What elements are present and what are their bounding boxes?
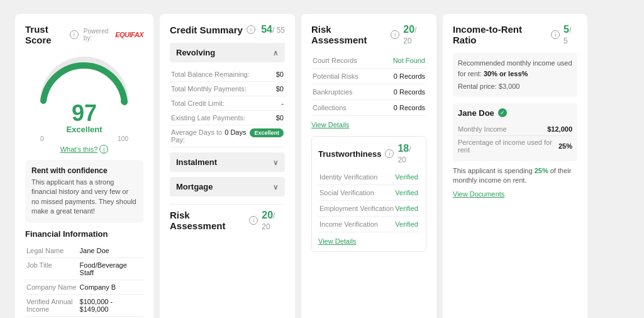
revolving-row: Total Monthly Payments:$0: [170, 82, 285, 96]
risk-row: Bankruptcies0 Records: [311, 84, 426, 100]
credit-risk-title: Risk Assessment: [170, 210, 245, 231]
gauge-range: 0 100: [40, 135, 128, 142]
revolving-row: Total Credit Limit:-: [170, 96, 285, 111]
financial-info-title: Financial Information: [25, 229, 143, 239]
gauge-container: 97 Excellent 0 100 What's this? i: [25, 50, 143, 154]
mortgage-title: Mortgage: [176, 182, 213, 191]
income-row: Monthly Income$12,000: [458, 123, 572, 136]
gauge-score: 97: [72, 102, 97, 125]
spending-note: This applicant is spending 25% of their …: [453, 166, 577, 186]
view-documents-link[interactable]: View Documents: [453, 190, 577, 198]
risk-row-value: Not Found: [393, 57, 425, 64]
rent-confidence-title: Rent with confidence: [31, 166, 137, 175]
trustworthiness-rows: Identity VerificationVerifiedSocial Veri…: [318, 169, 419, 232]
financial-info-row: Legal NameJane Doe: [25, 244, 143, 258]
trustworthiness-title: Trustworthiness: [318, 149, 381, 159]
fin-value: Food/Beverage Staff: [79, 258, 143, 280]
revolving-row: Average Days to Pay:0 DaysExcellent: [170, 125, 285, 147]
income-row-value: 25%: [558, 142, 572, 150]
revolving-row-value: 0 Days: [225, 128, 246, 136]
mortgage-chevron-down-icon: ∨: [273, 183, 279, 191]
income-to-rent-card: Income-to-Rent Ratio i 5/ 5 Recommended …: [443, 14, 587, 318]
instalment-section-header[interactable]: Instalment ∨: [170, 152, 285, 172]
tw-row-label: Social Verification: [319, 189, 374, 196]
risk-assessment-card: Risk Assessment i 20/ 20 Court RecordsNo…: [301, 14, 436, 318]
revolving-row-label: Total Credit Limit:: [171, 99, 281, 107]
risk-rows: Court RecordsNot FoundPotential Risks0 R…: [311, 53, 426, 116]
rent-confidence-box: Rent with confidence This applicant has …: [25, 160, 143, 223]
mortgage-section-header[interactable]: Mortgage ∨: [170, 177, 285, 196]
risk-row-label: Bankruptcies: [313, 88, 353, 96]
risk-assessment-header: Risk Assessment i 20/ 20: [311, 24, 426, 45]
revolving-row-value: $0: [276, 114, 284, 122]
credit-summary-info-icon[interactable]: i: [247, 25, 255, 34]
revolving-title: Revolving: [176, 48, 215, 57]
trustworthiness-info-icon[interactable]: i: [385, 149, 394, 158]
financial-info-row: Job TitleFood/Beverage Staff: [25, 258, 143, 280]
fin-value: Company B: [79, 280, 143, 294]
income-row-label: Monthly Income: [458, 125, 507, 133]
recommendation-text: Recommended monthly income used for rent…: [458, 58, 572, 79]
risk-assessment-info-icon[interactable]: i: [391, 30, 399, 39]
risk-view-details-link[interactable]: View Details: [311, 121, 426, 128]
spending-highlight: 25%: [535, 167, 548, 174]
revolving-section-header[interactable]: Revolving ∧: [170, 43, 285, 62]
revolving-rows: Total Balance Remaining:$0Total Monthly …: [170, 67, 285, 147]
tw-row-value: Verified: [395, 205, 418, 212]
revolving-row: Existing Late Payments:$0: [170, 111, 285, 125]
gauge-label: Excellent: [66, 125, 102, 134]
credit-summary-header: Credit Summary i 54/ 55: [170, 24, 285, 35]
income-row: Percentage of income used for rent25%: [458, 136, 572, 156]
fin-label: Job Title: [25, 258, 79, 280]
trust-score-info-icon[interactable]: i: [70, 30, 79, 39]
income-to-rent-score: 5/ 5: [564, 24, 577, 45]
tw-row: Employment VerificationVerified: [318, 201, 419, 217]
trust-header: Trust Score i Powered by: EQUIFAX: [25, 24, 143, 45]
risk-row-label: Collections: [313, 104, 347, 111]
trustworthiness-header: Trustworthiness i 18/ 20: [318, 143, 419, 164]
excellent-badge: Excellent: [250, 128, 284, 137]
fin-label: Company Name: [25, 280, 79, 294]
trustworthiness-section: Trustworthiness i 18/ 20 Identity Verifi…: [311, 136, 426, 252]
tw-row-label: Identity Verification: [319, 173, 377, 181]
whats-this-link[interactable]: What's this? i: [60, 145, 109, 154]
tw-row-value: Verified: [395, 173, 418, 181]
credit-risk-info-icon[interactable]: i: [249, 216, 258, 225]
tw-row-value: Verified: [395, 220, 418, 228]
risk-assessment-score: 20/ 20: [403, 24, 426, 45]
person-header: Jane Doe ✓: [458, 108, 572, 118]
financial-info-row: Company NameCompany B: [25, 280, 143, 294]
rental-price-text: Rental price: $3,000: [458, 81, 572, 92]
credit-summary-title: Credit Summary: [170, 25, 243, 35]
financial-info-row: Verified Annual Income$100,000 - $149,00…: [25, 294, 143, 316]
risk-assessment-title: Risk Assessment: [311, 24, 387, 45]
revolving-row-label: Average Days to Pay:: [171, 128, 225, 144]
risk-row-label: Court Records: [313, 57, 357, 64]
equifax-logo: EQUIFAX: [115, 31, 143, 38]
fin-label: Legal Name: [25, 244, 79, 258]
svg-point-0: [121, 98, 127, 105]
fin-value: Jane Doe: [79, 244, 143, 258]
tw-row-value: Verified: [395, 189, 418, 196]
person-verified-badge: ✓: [498, 108, 507, 117]
income-row-label: Percentage of income used for rent: [458, 139, 558, 154]
fin-value: $100,000 - $149,000: [79, 294, 143, 316]
tw-row: Identity VerificationVerified: [318, 169, 419, 185]
instalment-title: Instalment: [176, 157, 217, 167]
tw-row: Social VerificationVerified: [318, 185, 419, 201]
revolving-row-label: Total Monthly Payments:: [171, 85, 276, 93]
risk-row: Potential Risks0 Records: [311, 69, 426, 84]
trustworthiness-view-details-link[interactable]: View Details: [318, 237, 419, 245]
revolving-chevron-up-icon: ∧: [273, 48, 279, 57]
risk-row-label: Potential Risks: [313, 72, 358, 80]
revolving-row-value: $0: [276, 85, 284, 93]
credit-summary-score: 54/ 55: [261, 24, 285, 35]
credit-risk-score: 20/ 20: [262, 210, 285, 231]
instalment-chevron-down-icon: ∨: [273, 158, 279, 167]
gauge-min: 0: [40, 135, 44, 142]
gauge-svg: [34, 50, 135, 107]
revolving-row-value: -: [281, 99, 284, 107]
financial-info-table: Legal NameJane DoeJob TitleFood/Beverage…: [25, 244, 143, 317]
income-to-rent-title: Income-to-Rent Ratio: [453, 24, 547, 45]
income-to-rent-info-icon[interactable]: i: [551, 30, 560, 39]
